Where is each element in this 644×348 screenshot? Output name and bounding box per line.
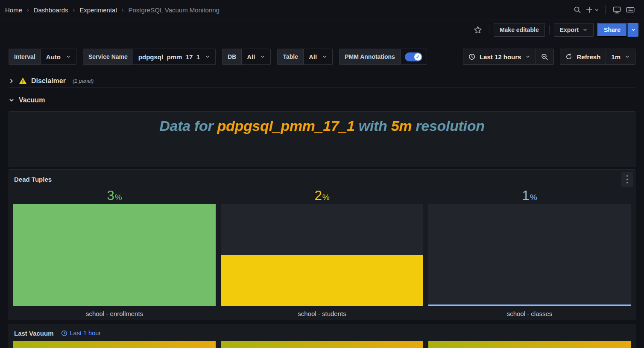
favorite-star-icon[interactable] [471,23,485,37]
breadcrumb-home[interactable]: Home [5,6,22,14]
chevron-down-icon [322,54,327,59]
gauge-track [221,204,423,306]
gauge-value: 3% [13,188,216,204]
pmm-annotations-toggle-wrap: ✓ [401,49,427,64]
chevron-down-icon [525,54,530,59]
interval-select[interactable]: Auto [41,49,76,64]
breadcrumb-current-page: PostgreSQL Vacuum Monitoring [128,6,219,14]
divider [605,5,606,14]
table-label: Table [278,49,304,64]
pmm-annotations-label: PMM Annotations [340,49,401,64]
divider [549,25,550,35]
submenu-bar: Interval Auto Service Name pdpgsql_pmm_1… [9,49,635,65]
refresh-button[interactable]: Refresh [560,49,606,64]
last-vacuum-bar [13,341,216,348]
chevron-down-icon [625,54,630,59]
db-value: All [247,53,255,61]
chevron-down-icon [205,54,210,59]
dead-tuples-panel: Dead Tuples 3% school - enrollments 2% s… [9,169,635,320]
gauge-school-enrollments: 3% school - enrollments [13,188,216,321]
toggle-check-icon: ✓ [414,53,422,61]
last-vacuum-header: Last Vacuum Last 1 hour [13,325,631,341]
gauge-track [428,204,631,306]
service-name-select[interactable]: pdpgsql_pmm_17_1 [133,49,215,64]
table-select[interactable]: All [304,49,332,64]
last-vacuum-bar [221,341,423,348]
last-vacuum-title[interactable]: Last Vacuum [14,330,54,337]
interval-label: Interval [9,49,41,64]
gauge-school-students: 2% school - students [221,188,423,321]
gauge-fill [221,255,423,306]
header-actions [571,3,637,17]
pmm-annotations-control: PMM Annotations ✓ [339,49,427,65]
chevron-down-icon [66,54,71,59]
time-range-picker[interactable]: Last 12 hours [463,49,536,64]
export-label: Export [560,26,579,33]
plus-icon [586,6,593,13]
breadcrumb-dashboards[interactable]: Dashboards [34,6,68,14]
breadcrumb-experimental[interactable]: Experimental [79,6,117,14]
dead-tuples-header: Dead Tuples [13,170,631,188]
row-disclaimer-count: (1 panel) [73,78,94,84]
chevron-down-icon [260,54,265,59]
dead-tuples-gauges: 3% school - enrollments 2% school - stud… [13,188,631,321]
time-controls: Last 12 hours Refresh 1m [463,49,635,65]
share-caret-button[interactable] [627,23,638,37]
refresh-interval-value: 1m [611,53,621,61]
search-icon[interactable] [571,3,584,17]
warning-icon [19,77,27,84]
gauge-track [13,204,216,306]
tv-mode-icon[interactable] [610,3,624,17]
export-button[interactable]: Export [554,23,594,37]
panel-menu-kebab-icon[interactable] [621,172,633,187]
dashboard-toolbar: Make editable Export Share [0,20,644,40]
add-new-button[interactable] [584,3,601,17]
refresh-group: Refresh 1m [560,49,635,65]
clock-icon [468,53,475,60]
row-disclaimer-title: Disclaimer [31,77,66,85]
breadcrumb-separator: › [122,6,124,13]
gauge-fill [428,304,631,306]
db-select[interactable]: All [242,49,270,64]
make-editable-button[interactable]: Make editable [494,23,545,37]
refresh-label: Refresh [577,53,600,61]
service-name-label: Service Name [83,49,133,64]
gauge-fill [13,204,216,306]
zoom-out-icon[interactable] [536,49,553,64]
time-range-group: Last 12 hours [463,49,554,65]
breadcrumb: Home › Dashboards › Experimental › Postg… [5,6,220,14]
db-variable: DB All [222,49,271,65]
header-bar: Home › Dashboards › Experimental › Postg… [0,0,644,20]
share-button[interactable]: Share [597,23,627,37]
time-override-link[interactable]: Last 1 hour [61,330,101,336]
gauge-value: 1% [428,188,631,204]
gauge-label: school - classes [428,306,631,321]
dead-tuples-title[interactable]: Dead Tuples [14,176,52,183]
gauge-school-classes: 1% school - classes [428,188,631,321]
resolution-banner-panel: Data for pdpgsql_pmm_17_1 with 5m resolu… [9,111,635,167]
share-split-button: Share [597,23,638,37]
chevron-down-icon [583,27,588,32]
time-override-label: Last 1 hour [70,330,101,336]
chevron-down-icon [9,97,15,103]
row-vacuum-title: Vacuum [19,96,45,104]
pmm-annotations-toggle[interactable]: ✓ [405,52,422,61]
db-label: DB [222,49,242,64]
last-vacuum-panel: Last Vacuum Last 1 hour [9,325,635,348]
last-vacuum-bar [428,341,631,348]
refresh-interval-select[interactable]: 1m [606,49,635,64]
refresh-icon [565,53,572,60]
row-vacuum[interactable]: Vacuum [9,94,635,107]
divider [489,25,489,35]
gauge-label: school - enrollments [13,306,216,321]
keyboard-icon[interactable] [624,3,637,17]
variable-filters: Interval Auto Service Name pdpgsql_pmm_1… [9,49,427,65]
chevron-down-icon [631,27,636,32]
chevron-down-icon [594,8,599,12]
row-disclaimer[interactable]: Disclaimer (1 panel) [9,74,635,88]
last-vacuum-bars [13,341,631,348]
table-variable: Table All [277,49,333,65]
service-name-variable: Service Name pdpgsql_pmm_17_1 [83,49,216,65]
chevron-right-icon [9,78,15,84]
breadcrumb-separator: › [73,6,75,13]
